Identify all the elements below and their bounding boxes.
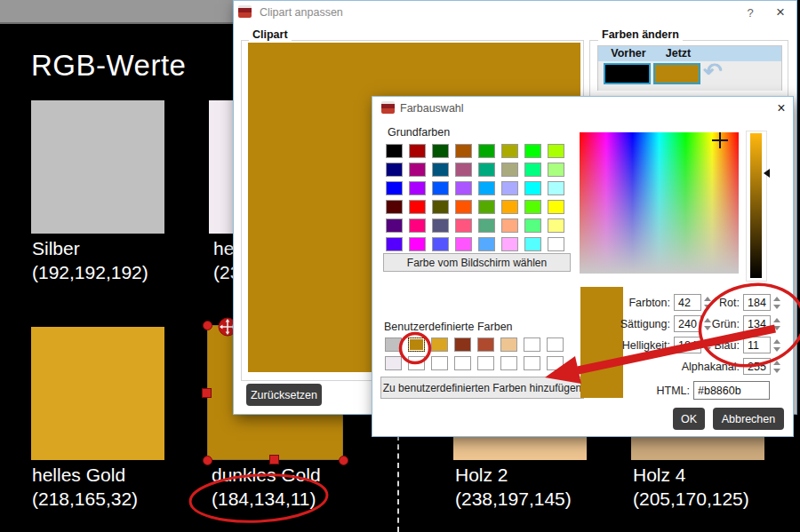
value-strip-pointer-icon[interactable] [764, 169, 770, 178]
basic-color-swatch[interactable] [524, 163, 541, 177]
basic-color-swatch[interactable] [455, 200, 472, 214]
hue-input[interactable]: 42 [674, 294, 701, 311]
basic-color-swatch[interactable] [501, 181, 518, 195]
custom-color-swatch[interactable] [500, 356, 517, 370]
saturation-input[interactable]: 240 [674, 315, 701, 332]
add-custom-color-button[interactable]: Zu benutzerdefinierten Farben hinzufügen [380, 377, 584, 399]
undo-icon[interactable]: ↶ [703, 58, 723, 85]
basic-color-swatch[interactable] [478, 181, 495, 195]
custom-color-swatch[interactable] [500, 337, 517, 352]
custom-color-swatch[interactable] [524, 337, 540, 352]
basic-color-swatch[interactable] [478, 144, 495, 158]
red-spinner[interactable] [771, 297, 780, 309]
basic-color-swatch[interactable] [409, 237, 426, 251]
basic-color-swatch[interactable] [432, 237, 449, 251]
before-color-swatch[interactable] [604, 63, 651, 84]
basic-color-swatch[interactable] [409, 218, 426, 233]
basic-color-swatch[interactable] [524, 218, 541, 233]
basic-color-swatch[interactable] [455, 181, 472, 195]
basic-color-swatch[interactable] [478, 200, 495, 214]
app-top-bar [0, 0, 233, 24]
basic-color-swatch[interactable] [432, 163, 449, 177]
clipart-dialog-close-button[interactable]: × [771, 3, 790, 22]
custom-color-swatch[interactable] [431, 356, 448, 370]
basic-color-swatch[interactable] [386, 218, 403, 233]
selection-handle-bottom-mid[interactable] [269, 455, 279, 465]
basic-color-swatch[interactable] [478, 218, 495, 233]
basic-color-swatch[interactable] [455, 163, 472, 177]
basic-color-swatch[interactable] [501, 218, 518, 233]
basic-color-swatch[interactable] [386, 144, 403, 158]
basic-color-swatch[interactable] [524, 200, 541, 214]
basic-color-swatch[interactable] [409, 144, 426, 158]
value-input[interactable]: 184 [674, 337, 701, 353]
custom-color-swatch[interactable] [385, 356, 402, 370]
swatch-helles-gold [31, 327, 164, 460]
reset-button[interactable]: Zurücksetzen [246, 384, 322, 406]
basic-color-swatch[interactable] [409, 163, 426, 177]
hue-saturation-field[interactable] [580, 132, 739, 274]
value-strip[interactable] [750, 133, 762, 278]
green-spinner[interactable] [771, 318, 780, 330]
blue-input[interactable]: 11 [743, 337, 771, 353]
alpha-spinner[interactable] [771, 361, 780, 373]
column-now: Jetzt [653, 46, 703, 61]
basic-color-swatch[interactable] [455, 144, 472, 158]
basic-color-swatch[interactable] [409, 181, 426, 195]
custom-color-swatch[interactable] [547, 356, 564, 370]
swatch-silber [31, 100, 164, 234]
basic-color-swatch[interactable] [548, 237, 564, 251]
now-color-swatch[interactable] [653, 63, 700, 84]
basic-color-swatch[interactable] [386, 237, 403, 251]
basic-color-swatch[interactable] [432, 144, 449, 158]
basic-color-swatch[interactable] [501, 144, 518, 158]
basic-color-swatch[interactable] [455, 237, 472, 251]
cancel-button[interactable]: Abbrechen [713, 408, 784, 430]
help-button[interactable]: ? [740, 3, 760, 22]
pick-screen-color-button[interactable]: Farbe vom Bildschirm wählen [383, 253, 571, 272]
alpha-input[interactable]: 255 [743, 358, 771, 375]
basic-color-swatch[interactable] [409, 200, 426, 214]
basic-color-swatch[interactable] [548, 163, 564, 177]
basic-color-swatch[interactable] [432, 200, 449, 214]
basic-color-swatch[interactable] [501, 200, 518, 214]
custom-color-swatch[interactable] [431, 337, 448, 352]
basic-color-swatch[interactable] [478, 163, 495, 177]
selection-handle-bottom-right[interactable] [339, 456, 348, 465]
custom-color-swatch[interactable] [524, 356, 540, 370]
selection-handle-top-left[interactable] [203, 321, 212, 330]
custom-color-swatch[interactable] [477, 356, 494, 370]
custom-color-swatch[interactable] [408, 337, 425, 352]
basic-color-swatch[interactable] [524, 144, 541, 158]
basic-color-swatch[interactable] [386, 163, 403, 177]
basic-color-swatch[interactable] [548, 218, 564, 233]
basic-color-swatch[interactable] [432, 181, 449, 195]
basic-color-swatch[interactable] [386, 181, 403, 195]
basic-color-swatch[interactable] [501, 237, 518, 251]
selection-handle-bottom-left[interactable] [203, 456, 212, 465]
custom-color-swatch[interactable] [477, 337, 494, 352]
custom-color-swatch[interactable] [454, 337, 471, 352]
color-dialog-close-button[interactable]: × [772, 99, 791, 118]
basic-color-swatch[interactable] [548, 144, 564, 158]
custom-color-swatch[interactable] [385, 337, 402, 352]
custom-color-swatch[interactable] [547, 337, 564, 352]
custom-color-swatch[interactable] [454, 356, 471, 370]
selection-handle-left-mid[interactable] [202, 388, 212, 398]
basic-color-swatch[interactable] [455, 218, 472, 233]
basic-color-swatch[interactable] [478, 237, 495, 251]
basic-color-swatch[interactable] [524, 237, 541, 251]
basic-color-swatch[interactable] [386, 200, 403, 214]
ok-button[interactable]: OK [673, 408, 705, 430]
basic-color-swatch[interactable] [524, 181, 541, 195]
red-input[interactable]: 184 [743, 294, 771, 311]
value-label: Helligkeit: [605, 339, 674, 352]
basic-color-swatch[interactable] [548, 200, 564, 214]
html-color-input[interactable] [693, 381, 770, 400]
custom-color-swatch[interactable] [408, 356, 425, 370]
basic-color-swatch[interactable] [548, 181, 564, 195]
basic-color-swatch[interactable] [432, 218, 449, 233]
basic-color-swatch[interactable] [501, 163, 518, 177]
blue-spinner[interactable] [771, 339, 780, 352]
green-input[interactable]: 134 [743, 315, 771, 332]
